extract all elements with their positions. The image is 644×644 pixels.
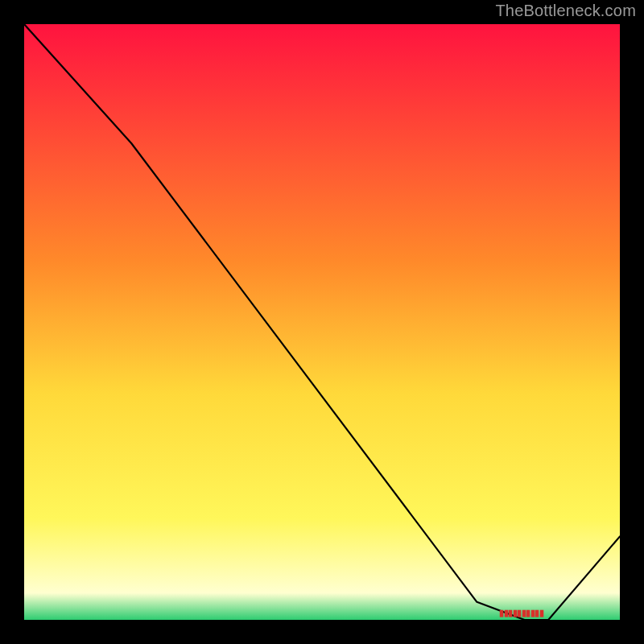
chart-plot: ▮▮▮▮▮▮▮▮▮▮ (24, 24, 620, 620)
attribution-label: TheBottleneck.com (495, 2, 636, 20)
optimal-marker-label: ▮▮▮▮▮▮▮▮▮▮ (499, 608, 544, 617)
plot-background (24, 24, 620, 620)
chart-container: TheBottleneck.com ▮▮▮▮▮▮▮▮▮▮ (0, 0, 644, 644)
